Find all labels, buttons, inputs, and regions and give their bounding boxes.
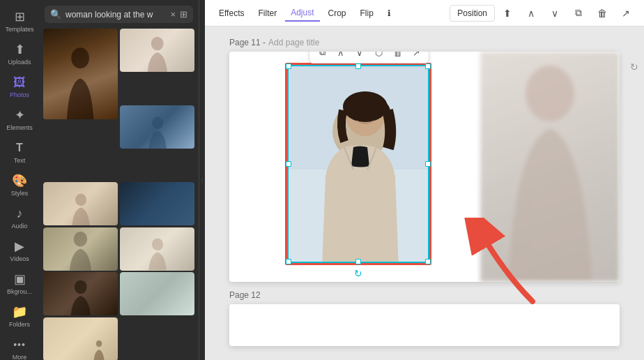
svg-point-0 [72, 47, 90, 68]
flip-button[interactable]: Flip [355, 6, 379, 21]
page-12-container: Page 12 [229, 290, 620, 346]
sidebar-item-label: Templates [5, 26, 33, 33]
sidebar-item-styles[interactable]: 🎨 Styles [1, 170, 38, 201]
resize-dots: ⋮ [199, 177, 205, 183]
main-area: Effects Filter Adjust Crop Flip ℹ Positi… [205, 0, 644, 360]
sidebar: ⊞ Templates ⬆ Uploads 🖼 Photos ✦ Element… [0, 0, 39, 360]
sidebar-item-label: Styles [11, 190, 29, 197]
search-icon: 🔍 [50, 9, 61, 20]
sidebar-item-photos[interactable]: 🖼 Photos [1, 71, 38, 103]
upload-icon-button[interactable]: ⬆ [498, 3, 517, 23]
ctx-copy-button[interactable]: ⧉ [314, 52, 330, 61]
audio-icon: ♪ [13, 207, 26, 220]
sidebar-item-label: Videos [10, 255, 29, 262]
sidebar-item-label: Elements [6, 124, 33, 131]
export-icon-button[interactable]: ↗ [616, 3, 636, 23]
photo-grid [39, 29, 199, 360]
ctx-back-button[interactable]: ∨ [351, 52, 368, 61]
uploads-icon: ⬆ [13, 43, 26, 57]
sidebar-item-videos[interactable]: ▶ Videos [1, 235, 38, 267]
sidebar-item-label: Uploads [8, 59, 31, 66]
ctx-delete-button[interactable]: 🗑 [389, 52, 406, 61]
svg-point-5 [152, 239, 163, 251]
selected-image [287, 65, 429, 263]
clear-search-button[interactable]: × [170, 9, 176, 20]
rotate-icon: ↻ [354, 268, 362, 279]
filter-button[interactable]: ⊞ [180, 9, 187, 20]
photo-thumb-3[interactable] [120, 105, 194, 180]
videos-icon: ▶ [13, 239, 26, 253]
sidebar-item-audio[interactable]: ♪ Audio [1, 202, 38, 234]
top-toolbar: Effects Filter Adjust Crop Flip ℹ Positi… [205, 0, 644, 27]
text-icon: T [13, 141, 26, 155]
panel-resize-handle[interactable]: ⋮ [199, 0, 205, 360]
svg-point-6 [75, 280, 87, 294]
photo-thumb-1[interactable] [43, 29, 118, 180]
search-bar: 🔍 × ⊞ [45, 6, 193, 23]
filter-button[interactable]: Filter [252, 6, 282, 21]
sidebar-item-label: Text [14, 157, 26, 164]
sidebar-item-more[interactable]: ••• More [1, 333, 38, 360]
ctx-forward-button[interactable]: ∧ [332, 52, 349, 61]
background-icon: ▣ [13, 272, 26, 286]
effects-button[interactable]: Effects [213, 6, 250, 21]
sidebar-item-label: Audio [11, 223, 27, 230]
search-input[interactable] [66, 10, 166, 20]
elements-icon: ✦ [13, 108, 26, 122]
sidebar-item-text[interactable]: T Text [1, 137, 38, 168]
page-11-container: Page 11 - [229, 38, 620, 282]
photo-thumb-10[interactable] [43, 317, 118, 361]
svg-point-3 [75, 193, 86, 206]
page-12-number: Page 12 [229, 290, 261, 300]
info-button[interactable]: ℹ [382, 6, 397, 21]
photo-thumb-9[interactable] [120, 272, 194, 347]
refresh-icon[interactable]: ↻ [630, 61, 638, 73]
sidebar-item-uploads[interactable]: ⬆ Uploads [1, 38, 38, 70]
sidebar-item-background[interactable]: ▣ Bkgrou... [1, 268, 38, 299]
selected-image-frame[interactable]: ⧉ ∧ ∨ ⬡ 🗑 ↗ [285, 63, 431, 265]
rotate-handle[interactable]: ↻ [354, 268, 362, 279]
photos-icon: 🖼 [13, 75, 26, 89]
styles-icon: 🎨 [13, 174, 26, 188]
duplicate-icon-button[interactable]: ⧉ [569, 3, 588, 23]
page-11-canvas[interactable]: ⧉ ∧ ∨ ⬡ 🗑 ↗ ↻ [229, 52, 620, 282]
back-icon-button[interactable]: ∨ [545, 3, 565, 23]
svg-point-1 [151, 36, 164, 50]
sidebar-item-elements[interactable]: ✦ Elements [1, 104, 38, 135]
templates-icon: ⊞ [13, 10, 26, 24]
sidebar-item-templates[interactable]: ⊞ Templates [1, 6, 38, 37]
canvas-container[interactable]: ↻ Page 11 - [205, 27, 644, 360]
ctx-export-button[interactable]: ↗ [408, 52, 424, 61]
ctx-group-button[interactable]: ⬡ [370, 52, 387, 61]
position-button[interactable]: Position [450, 5, 495, 22]
sidebar-item-label: Photos [10, 91, 29, 98]
svg-point-7 [96, 340, 102, 347]
page-12-canvas[interactable] [229, 304, 620, 346]
svg-point-4 [73, 232, 87, 247]
svg-point-8 [526, 66, 574, 121]
page-11-label: Page 11 - [229, 38, 373, 47]
adjust-button[interactable]: Adjust [285, 5, 319, 22]
toolbar-right-actions: ⬆ ∧ ∨ ⧉ 🗑 ↗ [498, 3, 636, 23]
page-11-title-input[interactable] [268, 38, 373, 47]
folders-icon: 📁 [13, 305, 26, 319]
sidebar-item-label: Folders [9, 321, 30, 328]
page-11-number: Page 11 - [229, 38, 266, 47]
crop-button[interactable]: Crop [323, 6, 352, 21]
background-blurred-image [480, 52, 620, 282]
sidebar-item-folders[interactable]: 📁 Folders [1, 301, 38, 332]
more-icon: ••• [13, 338, 26, 352]
forward-icon-button[interactable]: ∧ [521, 3, 541, 23]
page-12-label: Page 12 [229, 290, 261, 300]
delete-icon-button[interactable]: 🗑 [592, 3, 612, 23]
svg-point-2 [152, 117, 163, 129]
context-toolbar: ⧉ ∧ ∨ ⬡ 🗑 ↗ [309, 52, 429, 63]
search-panel: 🔍 × ⊞ [39, 0, 199, 360]
sidebar-item-label: More [13, 354, 27, 360]
sidebar-item-label: Bkgrou... [7, 288, 32, 295]
photo-thumb-2[interactable] [120, 29, 194, 103]
